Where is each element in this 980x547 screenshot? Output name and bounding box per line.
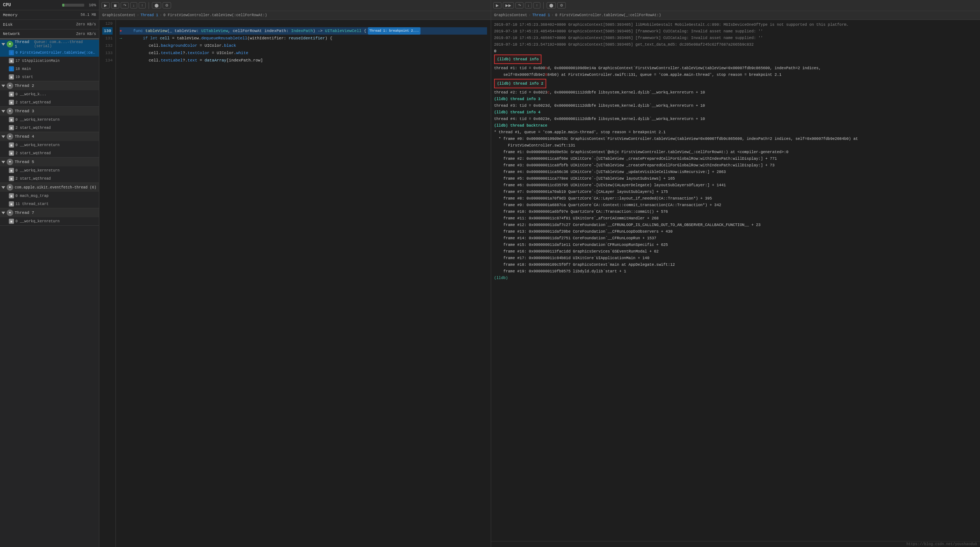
thread1-frames: 👤 0 FirstViewController.tableView(:cel..… — [0, 49, 99, 81]
thread6-label: com.apple.uikit.eventfetch-thread (6) — [15, 185, 96, 190]
t7f0-label: 0 __workq_kernreturn — [16, 219, 60, 223]
thread6-header[interactable]: ● com.apple.uikit.eventfetch-thread (6) — [0, 183, 99, 192]
thread1-frame19[interactable]: ▣ 19 start — [0, 73, 99, 81]
debug-toolbar: ▶ ▶▶ ↷ ↓ ↑ ⬤ ⚙ — [491, 0, 980, 11]
editor-toolbar: ▶ ◼ ↷ ↓ ↑ ⬤ ⚙ — [99, 0, 491, 11]
bt-line-5: frame #4: 0x000000011ca56c36 UIKitCore`-… — [494, 169, 977, 175]
thread6-frame0[interactable]: ▣ 0 mach_msg_trap — [0, 192, 99, 200]
debug-breadcrumb-frame: 0 FirstViewController.tableView(_:cellFo… — [555, 13, 661, 17]
thread-group-6: ● com.apple.uikit.eventfetch-thread (6) … — [0, 183, 99, 208]
toolbar-step-into-btn[interactable]: ↓ — [130, 2, 137, 8]
thread-group-7: ● Thread 7 ▣ 0 __workq_kernreturn — [0, 208, 99, 226]
thread4-frame0[interactable]: ▣ 0 __workq_kernreturn — [0, 141, 99, 149]
thread5-frame2[interactable]: ▣ 2 start_wqthread — [0, 174, 99, 183]
thread2-label: Thread 2 — [15, 84, 34, 88]
thread7-frame0[interactable]: ▣ 0 __workq_kernreturn — [0, 217, 99, 225]
thread2-header[interactable]: ● Thread 2 — [0, 81, 99, 90]
t5f2-label: 2 start_wqthread — [16, 177, 51, 181]
thread7-label: Thread 7 — [15, 211, 34, 215]
thread4-header[interactable]: ● Thread 4 — [0, 132, 99, 141]
t5f0-label: 0 __workq_kernreturn — [16, 169, 60, 173]
breakpoint-dot: ● — [119, 27, 122, 35]
memory-value: 56.1 MB — [81, 13, 96, 17]
thread2-frame0[interactable]: ▣ 0 __workq_k... — [0, 90, 99, 98]
cpu-row: CPU 10% — [0, 0, 99, 10]
thread1-frame18[interactable]: 👤 18 main — [0, 65, 99, 73]
bt-line-14: frame #13: 0x000000011daf20be CoreFounda… — [494, 228, 977, 235]
t6f0-icon: ▣ — [9, 193, 14, 198]
t3f2-label: 2 start_wqthread — [16, 126, 51, 130]
toolbar-step-over-btn[interactable]: ↷ — [121, 2, 129, 8]
t4f0-icon: ▣ — [9, 142, 14, 148]
code-line-129 — [119, 20, 487, 27]
thread-group-5: ● Thread 5 ▣ 0 __workq_kernreturn ▣ 2 st… — [0, 158, 99, 183]
debug-breadcrumb: GraphicsContext › Thread 1 › 0 FirstView… — [491, 11, 980, 20]
t2f2-icon: ▣ — [9, 100, 14, 105]
log-line-1: 2019-07-10 17:45:23.368402+0800 Graphics… — [494, 21, 977, 28]
debug-step-over-btn[interactable]: ↷ — [515, 2, 523, 8]
frame17-icon: ▣ — [9, 58, 14, 63]
thread7-header[interactable]: ● Thread 7 — [0, 208, 99, 217]
t2f0-label: 0 __workq_k... — [16, 92, 46, 96]
bt-line-9: frame #8: 0x00000001a70f9d3 QuartzCore`C… — [494, 195, 977, 202]
thread5-header[interactable]: ● Thread 5 — [0, 158, 99, 166]
bt-line-16: frame #15: 0x000000011daf1e11 CoreFounda… — [494, 241, 977, 248]
thread6-badge: ● — [6, 184, 13, 191]
editor-breadcrumb: GraphicsContext › Thread 1 › 0 FirstView… — [99, 11, 491, 20]
t2f0-icon: ▣ — [9, 92, 14, 97]
frame18-label: 18 main — [16, 67, 31, 71]
network-value: Zero KB/s — [76, 32, 96, 36]
thread5-frame0[interactable]: ▣ 0 __workq_kernreturn — [0, 166, 99, 174]
thread6-frame11[interactable]: ▣ 11 thread_start — [0, 200, 99, 208]
disk-row: Disk Zero KB/s — [0, 20, 99, 29]
code-content[interactable]: ● func tableView(_ tableView: UITableVie… — [116, 20, 491, 547]
breadcrumb-context: GraphicsContext — [102, 13, 135, 17]
left-panel: CPU 10% Memory 56.1 MB Disk Zero KB/s Ne… — [0, 0, 99, 547]
console-output[interactable]: 2019-07-10 17:45:23.368402+0800 Graphics… — [491, 20, 980, 541]
thread2-frame2[interactable]: ▣ 2 start_wqthread — [0, 98, 99, 106]
thread1-frame17[interactable]: ▣ 17 UIApplicationMain — [0, 57, 99, 65]
line-numbers: 129 130 131 132 133 134 — [99, 20, 116, 547]
frame0-icon: 👤 — [9, 50, 14, 55]
debug-step-into-btn[interactable]: ↓ — [525, 2, 532, 8]
bt-line-17: frame #16: 0x0000000113fac1dd GraphicsSe… — [494, 248, 977, 255]
cpu-label: CPU — [3, 3, 11, 8]
code-line-131: → if let cell = tableView.dequeueReusabl… — [119, 35, 487, 42]
debug-step-out-btn[interactable]: ↑ — [533, 2, 540, 8]
debug-breakpoints-btn[interactable]: ⬤ — [547, 2, 556, 8]
thread3-badge: ● — [6, 108, 13, 115]
debug-settings-btn[interactable]: ⚙ — [557, 2, 566, 8]
network-row: Network Zero KB/s — [0, 29, 99, 39]
thread3-frame2[interactable]: ▣ 2 start_wqthread — [0, 124, 99, 132]
breadcrumb-frame: 0 FirstViewController.tableView(:cellFor… — [163, 13, 267, 17]
t6f11-icon: ▣ — [9, 201, 14, 207]
thread3-header[interactable]: ● Thread 3 — [0, 107, 99, 116]
thread-info2-cmd: (lldb) thread info 2 — [497, 81, 543, 86]
code-line-132: cell.backgroundColor = UIColor.black — [119, 42, 487, 49]
debug-play-btn[interactable]: ▶ — [493, 2, 501, 8]
toolbar-play-btn[interactable]: ▶ — [102, 2, 110, 8]
bt-line-7: frame #6: 0x000000011cd35795 UIKitCore`-… — [494, 182, 977, 188]
toolbar-step-out-btn[interactable]: ↑ — [139, 2, 146, 8]
zero-line: 0 — [494, 48, 977, 54]
thread1-frame0[interactable]: 👤 0 FirstViewController.tableView(:cel..… — [0, 49, 99, 57]
toolbar-stop-btn[interactable]: ◼ — [111, 2, 119, 8]
thread3-frame0[interactable]: ▣ 0 __workq_kernreturn — [0, 116, 99, 124]
t3f0-icon: ▣ — [9, 117, 14, 122]
thread1-header[interactable]: ● Thread 1 Queue: com.a...-thread (seria… — [0, 40, 99, 49]
thread-group-2: ● Thread 2 ▣ 0 __workq_k... ▣ 2 start_wq… — [0, 81, 99, 107]
bt-line-13: frame #12: 0x000000011daf7c27 CoreFounda… — [494, 222, 977, 228]
right-panel: ▶ ▶▶ ↷ ↓ ↑ ⬤ ⚙ GraphicsContext › Thread … — [491, 0, 980, 547]
code-line-133: cell.textLabel?.textColor = UIColor.whit… — [119, 49, 487, 57]
center-panel: ▶ ◼ ↷ ↓ ↑ ⬤ ⚙ GraphicsContext › Thread 1… — [99, 0, 491, 547]
code-line-130: ● func tableView(_ tableView: UITableVie… — [119, 27, 487, 35]
bt-line-11: frame #10: 0x00000001a6bf97e QuartzCore`… — [494, 208, 977, 215]
log-line-2: 2019-07-10 17:45:23.485454+0800 Graphics… — [494, 28, 977, 35]
toolbar-breakpoints-btn[interactable]: ⬤ — [152, 2, 161, 8]
toolbar-debug-btn[interactable]: ⚙ — [162, 2, 171, 8]
thread4-frame2[interactable]: ▣ 2 start_wqthread — [0, 149, 99, 157]
t7f0-icon: ▣ — [9, 218, 14, 224]
debug-continue-btn[interactable]: ▶▶ — [503, 2, 514, 8]
thread4-info-line: thread #4: tid = 0x6023e, 0x00000001112d… — [494, 116, 977, 122]
backtrace-cmd: (lldb) thread backtrace — [494, 122, 977, 129]
